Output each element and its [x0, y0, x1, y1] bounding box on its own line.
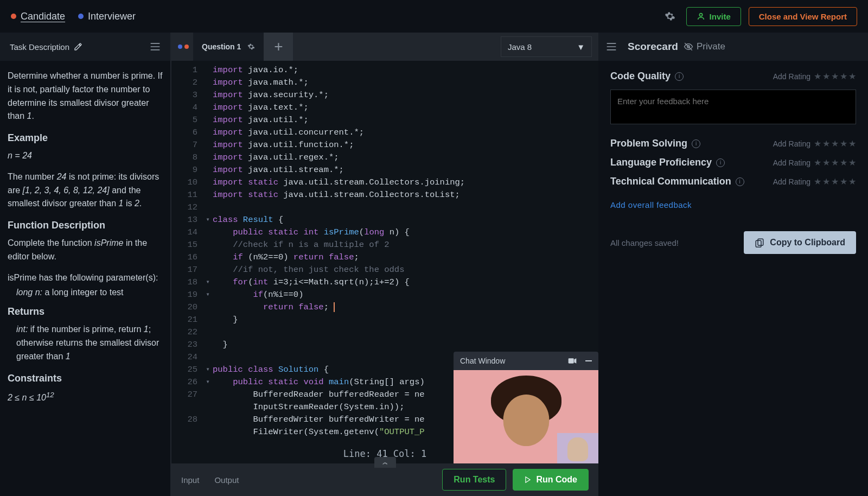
private-label: Private	[697, 41, 725, 52]
close-report-button[interactable]: Close and View Report	[749, 7, 857, 26]
code-line[interactable]: 4import java.text.*;	[171, 101, 598, 114]
svg-point-0	[699, 14, 702, 16]
scorecard-criterion: Problem Solving i Add Rating ★★★★★	[610, 138, 856, 149]
dot-icon	[178, 44, 182, 49]
code-line[interactable]: 19▾ if(n%i==0)	[171, 289, 598, 301]
code-line[interactable]: 12	[171, 201, 598, 214]
add-rating-label: Add Rating	[773, 177, 810, 186]
feedback-input[interactable]	[610, 90, 856, 124]
star-icon[interactable]: ★	[831, 176, 839, 187]
rating-control[interactable]: Add Rating ★★★★★	[773, 71, 856, 81]
play-icon	[524, 476, 532, 484]
code-line[interactable]: 2import java.math.*;	[171, 77, 598, 89]
scorecard-menu-button[interactable]	[606, 42, 617, 51]
criterion-label: Technical Communication	[610, 176, 731, 187]
code-line[interactable]: 1import java.io.*;	[171, 64, 598, 77]
minimize-chat-button[interactable]	[585, 358, 592, 364]
settings-button[interactable]	[661, 8, 679, 25]
svg-rect-8	[756, 240, 762, 247]
code-line[interactable]: 9import java.util.stream.*;	[171, 164, 598, 176]
info-icon[interactable]: i	[716, 158, 725, 167]
rating-control[interactable]: Add Rating ★★★★★	[773, 176, 856, 187]
code-line[interactable]: 17 //if not, then just check the odds	[171, 264, 598, 276]
code-line[interactable]: 7import java.util.function.*;	[171, 139, 598, 151]
star-icon[interactable]: ★	[814, 71, 821, 81]
rating-control[interactable]: Add Rating ★★★★★	[773, 157, 856, 168]
star-icon[interactable]: ★	[831, 138, 839, 149]
edit-task-button[interactable]	[74, 42, 82, 51]
question-tab-label: Question 1	[202, 42, 241, 51]
input-tab[interactable]: Input	[181, 475, 199, 485]
code-line[interactable]: 21 }	[171, 314, 598, 326]
returns-text: int: if the number is prime, return 1; o…	[8, 323, 163, 363]
scorecard-criterion: Technical Communication i Add Rating ★★★…	[610, 176, 856, 187]
copy-clipboard-button[interactable]: Copy to Clipboard	[744, 231, 856, 254]
star-icon[interactable]: ★	[814, 138, 821, 149]
run-tests-button[interactable]: Run Tests	[442, 469, 506, 491]
code-line[interactable]: 16 if (n%2==0) return false;	[171, 251, 598, 264]
code-line[interactable]: 20 return false;	[171, 301, 598, 314]
code-line[interactable]: 5import java.util.*;	[171, 114, 598, 126]
code-line[interactable]: 15 //check if n is a multiple of 2	[171, 239, 598, 251]
io-tabs: Input Output	[181, 475, 239, 485]
tab-candidate[interactable]: Candidate	[11, 11, 65, 22]
scroll-top-button[interactable]: ︽	[374, 457, 396, 468]
star-icon[interactable]: ★	[840, 176, 847, 187]
star-icon[interactable]: ★	[848, 71, 856, 81]
rating-control[interactable]: Add Rating ★★★★★	[773, 138, 856, 149]
copy-label: Copy to Clipboard	[770, 238, 845, 247]
star-icon[interactable]: ★	[822, 157, 830, 168]
code-line[interactable]: 23 }	[171, 339, 598, 351]
invite-button[interactable]: Invite	[686, 7, 741, 26]
chat-controls	[568, 358, 592, 364]
tab-candidate-label: Candidate	[21, 11, 65, 22]
tab-interviewer[interactable]: Interviewer	[78, 11, 136, 22]
info-icon[interactable]: i	[692, 139, 700, 148]
video-toggle-button[interactable]	[568, 358, 577, 364]
code-line[interactable]: 14 public static int isPrime(long n) {	[171, 226, 598, 239]
code-line[interactable]: 22	[171, 326, 598, 339]
gear-icon[interactable]	[247, 43, 255, 50]
output-tab[interactable]: Output	[214, 475, 239, 485]
eye-off-icon	[684, 42, 693, 52]
code-line[interactable]: 8import java.util.regex.*;	[171, 151, 598, 164]
star-icon[interactable]: ★	[822, 138, 830, 149]
svg-rect-7	[758, 239, 763, 245]
info-icon[interactable]: i	[736, 177, 744, 186]
code-line[interactable]: 10import static java.util.stream.Collect…	[171, 176, 598, 189]
code-line[interactable]: 6import java.util.concurrent.*;	[171, 126, 598, 139]
code-line[interactable]: 11import static java.util.stream.Collect…	[171, 189, 598, 201]
star-icon[interactable]: ★	[840, 157, 847, 168]
code-line[interactable]: 3import java.security.*;	[171, 89, 598, 101]
scorecard-visibility[interactable]: Private	[684, 41, 725, 52]
code-line[interactable]: 18▾ for(int i=3;i<=Math.sqrt(n);i+=2) {	[171, 276, 598, 289]
star-icon[interactable]: ★	[840, 71, 847, 81]
star-icon[interactable]: ★	[848, 157, 856, 168]
scorecard-body: Code Quality i Add Rating ★★★★★ Problem …	[598, 61, 868, 264]
star-icon[interactable]: ★	[831, 71, 839, 81]
info-icon[interactable]: i	[675, 72, 684, 81]
run-code-button[interactable]: Run Code	[513, 469, 589, 491]
menu-icon	[150, 42, 161, 51]
param-1: long n: a long integer to test	[8, 286, 163, 300]
chat-window[interactable]: Chat Window	[454, 352, 598, 463]
add-question-button[interactable]: +	[264, 33, 293, 61]
star-icon[interactable]: ★	[831, 157, 839, 168]
question-tab[interactable]: Question 1	[193, 33, 264, 61]
chevron-down-icon: ▼	[577, 42, 585, 52]
star-icon[interactable]: ★	[814, 157, 821, 168]
tab-interviewer-label: Interviewer	[88, 11, 136, 22]
clipboard-icon	[755, 238, 764, 247]
language-select[interactable]: Java 8 ▼	[501, 36, 592, 57]
code-line[interactable]: 13▾class Result {	[171, 214, 598, 226]
star-icon[interactable]: ★	[840, 138, 847, 149]
collapse-task-button[interactable]	[150, 42, 161, 51]
star-icon[interactable]: ★	[848, 138, 856, 149]
chat-header[interactable]: Chat Window	[454, 352, 598, 370]
star-icon[interactable]: ★	[822, 176, 830, 187]
star-icon[interactable]: ★	[848, 176, 856, 187]
add-overall-feedback-link[interactable]: Add overall feedback	[610, 200, 692, 209]
star-icon[interactable]: ★	[822, 71, 830, 81]
star-icon[interactable]: ★	[814, 176, 821, 187]
menu-icon	[606, 42, 617, 51]
